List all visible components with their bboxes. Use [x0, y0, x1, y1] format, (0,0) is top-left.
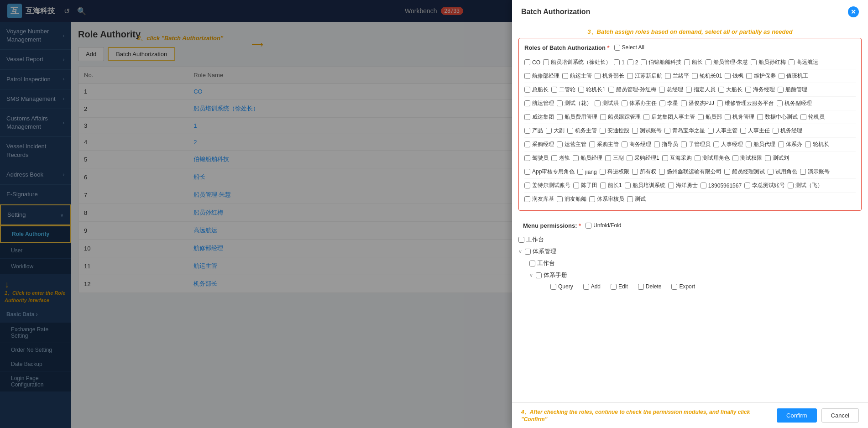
role-checkbox-item[interactable]: 测试	[627, 195, 646, 203]
role-checkbox[interactable]	[524, 169, 530, 175]
role-checkbox[interactable]	[779, 73, 784, 79]
role-checkbox-item[interactable]: 机务管理	[725, 113, 754, 121]
modal-close-button[interactable]: ✕	[848, 6, 859, 17]
role-checkbox-item[interactable]: 船员部	[698, 113, 722, 121]
role-checkbox-item[interactable]: 海洋勇士	[668, 182, 698, 189]
role-checkbox[interactable]	[757, 114, 763, 120]
role-checkbox-item[interactable]: 船长1	[600, 182, 622, 189]
role-checkbox[interactable]	[543, 59, 549, 65]
role-checkbox-item[interactable]: 扬州鑫联运输有限公司	[659, 168, 722, 176]
role-checkbox[interactable]	[643, 114, 649, 120]
role-checkbox[interactable]	[567, 128, 573, 134]
role-checkbox[interactable]	[578, 87, 584, 93]
role-checkbox[interactable]	[627, 73, 633, 79]
role-checkbox[interactable]	[546, 128, 552, 134]
role-checkbox[interactable]	[641, 59, 647, 65]
role-checkbox-item[interactable]: 人事主任	[740, 127, 770, 135]
role-checkbox-item[interactable]: 船员培训系统（徐处长）	[543, 58, 611, 66]
role-checkbox[interactable]	[595, 100, 601, 106]
role-checkbox[interactable]	[557, 141, 563, 147]
role-checkbox[interactable]	[740, 128, 746, 134]
role-checkbox[interactable]	[622, 141, 627, 147]
role-checkbox-item[interactable]: 机务经理	[773, 127, 802, 135]
role-checkbox-item[interactable]: 数据中心测试	[757, 113, 798, 121]
role-checkbox-item[interactable]: 指定人员	[686, 86, 716, 94]
role-checkbox[interactable]	[665, 73, 671, 79]
role-checkbox-item[interactable]: 1	[614, 59, 625, 66]
role-checkbox[interactable]	[662, 155, 668, 161]
tree-expand-icon[interactable]: ∨	[518, 249, 522, 255]
role-checkbox[interactable]	[778, 141, 784, 147]
role-checkbox[interactable]	[622, 100, 627, 106]
role-checkbox-item[interactable]: 测试账号	[632, 127, 662, 135]
role-checkbox[interactable]	[706, 59, 711, 65]
role-checkbox-item[interactable]: 船员管理-朱慧	[706, 58, 748, 66]
role-checkbox-item[interactable]: 指导员	[654, 141, 678, 148]
role-checkbox-item[interactable]: 青岛宝华之星	[664, 127, 705, 135]
role-checkbox-item[interactable]: 产品	[524, 127, 543, 135]
role-checkbox-item[interactable]: 采购主管	[589, 141, 619, 148]
role-checkbox-item[interactable]: 机务主管	[567, 127, 597, 135]
role-checkbox-item[interactable]: CO	[524, 59, 540, 66]
role-checkbox[interactable]	[773, 128, 779, 134]
role-checkbox[interactable]	[625, 183, 631, 188]
role-checkbox[interactable]	[600, 183, 606, 188]
role-checkbox[interactable]	[627, 155, 633, 161]
role-checkbox[interactable]	[701, 183, 706, 188]
role-checkbox[interactable]	[789, 59, 795, 65]
role-checkbox[interactable]	[708, 128, 714, 134]
role-checkbox-item[interactable]: 机务副经理	[777, 99, 812, 107]
role-checkbox-item[interactable]: 13905961567	[701, 183, 742, 189]
role-checkbox[interactable]	[573, 155, 579, 161]
role-checkbox[interactable]	[686, 87, 692, 93]
role-checkbox[interactable]	[524, 141, 530, 147]
role-checkbox[interactable]	[577, 169, 583, 175]
select-all-checkbox-item[interactable]: Select All	[614, 44, 644, 51]
role-checkbox-item[interactable]: 老轨	[551, 154, 570, 162]
role-checkbox-item[interactable]: 航运管理	[524, 99, 554, 107]
role-checkbox[interactable]	[668, 183, 674, 188]
role-checkbox[interactable]	[664, 128, 670, 134]
role-checkbox[interactable]	[746, 141, 752, 147]
role-checkbox[interactable]	[725, 73, 731, 79]
perm-export[interactable]: Export	[671, 283, 695, 290]
role-checkbox[interactable]	[524, 100, 530, 106]
role-checkbox[interactable]	[713, 141, 719, 147]
role-checkbox-item[interactable]: 李星	[659, 99, 678, 107]
role-checkbox-item[interactable]: 轮机长	[805, 141, 829, 148]
role-checkbox-item[interactable]: 驾驶员	[524, 154, 549, 162]
perm-add[interactable]: Add	[583, 283, 601, 290]
role-checkbox-item[interactable]: 船舶管理	[778, 86, 807, 94]
role-checkbox[interactable]	[551, 155, 557, 161]
role-checkbox-item[interactable]: 试用角色	[768, 168, 797, 176]
role-checkbox[interactable]	[744, 183, 750, 188]
role-checkbox[interactable]	[557, 100, 563, 106]
role-checkbox[interactable]	[805, 141, 811, 147]
role-checkbox-item[interactable]: 互海采购	[662, 154, 692, 162]
role-checkbox[interactable]	[608, 87, 614, 93]
role-checkbox[interactable]	[600, 128, 606, 134]
role-checkbox-item[interactable]: 采购经理1	[627, 154, 659, 162]
edit-checkbox[interactable]	[611, 284, 617, 290]
role-checkbox[interactable]	[745, 87, 751, 93]
role-checkbox-item[interactable]: 航运主管	[562, 72, 592, 80]
role-checkbox-item[interactable]: 润友船舶	[557, 195, 586, 203]
role-checkbox-item[interactable]: 船员跟踪管理	[600, 113, 641, 121]
role-checkbox[interactable]	[595, 73, 601, 79]
role-checkbox-item[interactable]: 大船长	[718, 86, 743, 94]
role-checkbox-item[interactable]: 商务经理	[622, 141, 651, 148]
role-checkbox-item[interactable]: App审核专用角色	[524, 168, 575, 176]
role-checkbox-item[interactable]: 大副	[546, 127, 565, 135]
role-checkbox[interactable]	[788, 183, 794, 188]
role-checkbox[interactable]	[605, 155, 611, 161]
workbench-checkbox[interactable]	[518, 237, 524, 243]
role-checkbox-item[interactable]: 船员费用管理	[557, 113, 597, 121]
role-checkbox[interactable]	[681, 100, 687, 106]
role-checkbox[interactable]	[557, 196, 563, 202]
query-checkbox[interactable]	[550, 284, 556, 290]
role-checkbox[interactable]	[765, 155, 771, 161]
role-checkbox[interactable]	[695, 155, 701, 161]
role-checkbox[interactable]	[589, 141, 595, 147]
role-checkbox-item[interactable]: 演示账号	[800, 168, 830, 176]
role-checkbox[interactable]	[681, 141, 687, 147]
